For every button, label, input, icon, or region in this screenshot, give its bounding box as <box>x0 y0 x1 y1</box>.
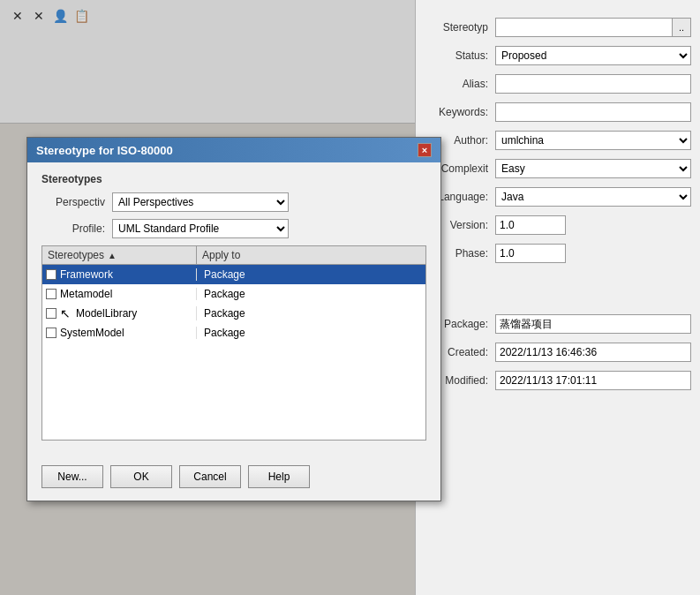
modified-field-row: Modified: 2022/11/13 17:01:11 <box>425 371 691 390</box>
package-field-row: Package: 蒸馏器项目 <box>425 314 691 334</box>
table-header-row: Stereotypes ▲ Apply to <box>42 246 425 265</box>
created-field-row: Created: 2022/11/13 16:46:36 <box>425 343 691 362</box>
version-input[interactable] <box>495 215 566 235</box>
keywords-field-row: Keywords: <box>425 102 691 122</box>
table-empty-area <box>42 343 425 440</box>
language-select[interactable]: Java <box>495 187 691 207</box>
perspective-row: Perspectiv All Perspectives Default <box>41 192 426 212</box>
complexity-field-row: Complexit Easy <box>425 159 691 178</box>
alias-label: Alias: <box>425 78 495 90</box>
stereo-checkbox[interactable] <box>46 269 56 280</box>
cursor-icon: ↖ <box>60 306 71 320</box>
table-row[interactable]: SystemModel Package <box>42 323 425 343</box>
stereo-apply-cell: Package <box>197 268 347 281</box>
stereo-checkbox[interactable] <box>46 308 56 319</box>
dialog-title: Stereotype for ISO-80000 <box>36 144 173 157</box>
stereotype-label: Stereotyp <box>425 21 495 34</box>
stereotypes-table: Stereotypes ▲ Apply to Framework Package <box>41 245 426 441</box>
version-field-row: Version: <box>425 215 691 235</box>
author-field-row: Author: umlchina <box>425 131 691 150</box>
table-header-apply-to[interactable]: Apply to <box>197 246 347 264</box>
stereo-apply-cell: Package <box>197 288 347 300</box>
profile-label: Profile: <box>41 222 112 235</box>
status-field-row: Status: Proposed <box>425 46 691 65</box>
stereo-checkbox[interactable] <box>46 328 56 338</box>
stereo-name-cell: Metamodel <box>42 288 197 300</box>
stereo-name-text: Metamodel <box>60 288 112 300</box>
stereotypes-section-label: Stereotypes <box>41 173 426 185</box>
keywords-input[interactable] <box>495 102 691 122</box>
stereo-name-text: SystemModel <box>60 327 124 339</box>
alias-input[interactable] <box>495 74 691 94</box>
status-label: Status: <box>425 49 495 62</box>
table-row[interactable]: ↖ ModelLibrary Package <box>42 304 425 323</box>
stereotype-input[interactable] <box>495 18 673 37</box>
stereotype-dots-button[interactable]: .. <box>672 18 691 37</box>
stereotype-input-group: .. <box>495 18 691 37</box>
new-button[interactable]: New... <box>41 465 103 488</box>
phase-input[interactable] <box>495 244 566 263</box>
table-row[interactable]: Framework Package <box>42 265 425 284</box>
right-properties-panel: Stereotyp .. Status: Proposed Alias: Key… <box>415 0 700 595</box>
stereo-name-cell: ↖ ModelLibrary <box>42 306 197 320</box>
profile-select[interactable]: UML Standard Profile <box>112 219 289 238</box>
table-row[interactable]: Metamodel Package <box>42 284 425 304</box>
created-value: 2022/11/13 16:46:36 <box>495 343 691 362</box>
stereo-name-text: Framework <box>60 268 113 281</box>
cancel-button[interactable]: Cancel <box>179 465 241 488</box>
status-select[interactable]: Proposed <box>495 46 691 65</box>
table-header-stereotypes[interactable]: Stereotypes ▲ <box>42 246 197 264</box>
perspective-select[interactable]: All Perspectives Default <box>112 192 289 212</box>
keywords-label: Keywords: <box>425 106 495 118</box>
alias-field-row: Alias: <box>425 74 691 94</box>
stereo-name-cell: Framework <box>42 268 197 281</box>
stereo-checkbox[interactable] <box>46 289 56 299</box>
help-button[interactable]: Help <box>248 465 310 488</box>
stereo-apply-cell: Package <box>197 327 347 339</box>
author-select[interactable]: umlchina <box>495 131 691 150</box>
dialog-close-button[interactable]: × <box>418 143 432 157</box>
phase-field-row: Phase: <box>425 244 691 263</box>
stereo-apply-cell: Package <box>197 307 347 320</box>
ok-button[interactable]: OK <box>110 465 172 488</box>
stereotype-field-row: Stereotyp .. <box>425 18 691 37</box>
dialog-buttons-row: New... OK Cancel Help <box>27 458 440 501</box>
sort-arrow-icon: ▲ <box>108 251 117 260</box>
dialog-body: Stereotypes Perspectiv All Perspectives … <box>27 162 440 458</box>
stereo-name-text: ModelLibrary <box>76 307 137 320</box>
stereo-name-cell: SystemModel <box>42 327 197 339</box>
perspective-label: Perspectiv <box>41 196 112 208</box>
modified-value: 2022/11/13 17:01:11 <box>495 371 691 390</box>
package-value: 蒸馏器项目 <box>495 314 691 334</box>
language-field-row: Language: Java <box>425 187 691 207</box>
dialog-titlebar: Stereotype for ISO-80000 × <box>27 138 440 162</box>
stereotype-dialog: Stereotype for ISO-80000 × Stereotypes P… <box>26 137 441 501</box>
complexity-select[interactable]: Easy <box>495 159 691 178</box>
profile-row: Profile: UML Standard Profile <box>41 219 426 238</box>
